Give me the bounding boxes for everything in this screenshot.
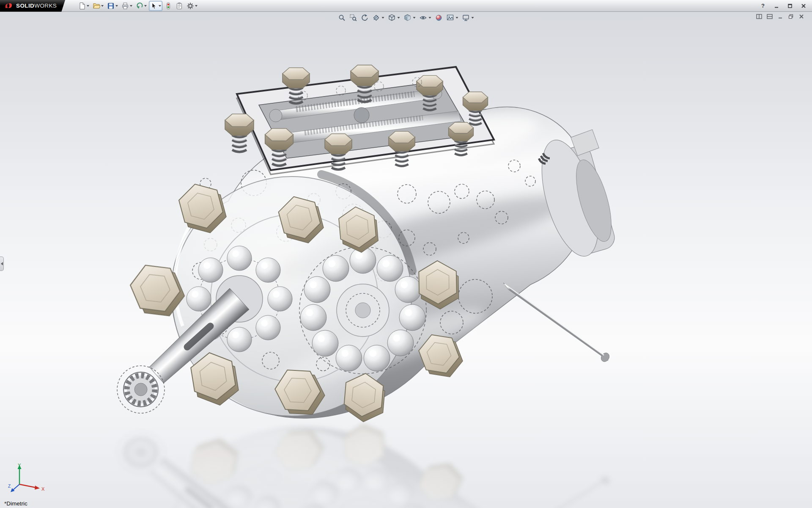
rebuild-stoplight-icon bbox=[165, 2, 172, 10]
bearing-ball bbox=[323, 255, 349, 282]
dropdown-caret-icon[interactable] bbox=[144, 5, 147, 7]
close-document-button[interactable] bbox=[798, 13, 805, 20]
window-controls: ? bbox=[758, 2, 812, 10]
hide-show-items-button[interactable] bbox=[418, 13, 433, 22]
help-button[interactable]: ? bbox=[758, 2, 768, 10]
titlebar: SOLIDWORKS bbox=[0, 0, 812, 12]
close-icon bbox=[801, 3, 806, 8]
bearing-ball bbox=[336, 345, 362, 371]
select-tool-button[interactable] bbox=[149, 1, 162, 11]
orientation-triad: Y X Z bbox=[8, 462, 54, 497]
options-button[interactable] bbox=[185, 1, 199, 11]
select-cursor-icon bbox=[150, 2, 158, 10]
bearing-ball bbox=[198, 258, 223, 282]
close-document-icon bbox=[799, 14, 804, 19]
close-button[interactable] bbox=[798, 2, 809, 10]
view-settings-button[interactable] bbox=[461, 13, 475, 22]
brand-text-light: WORKS bbox=[34, 3, 57, 9]
zoom-to-fit-icon bbox=[338, 14, 346, 22]
brand-text-bold: SOLID bbox=[16, 3, 34, 9]
bearing-ball bbox=[256, 258, 280, 282]
minimize-document-button[interactable] bbox=[776, 13, 784, 20]
axis-z-label: Z bbox=[8, 484, 11, 489]
tile-panes-button[interactable] bbox=[755, 13, 763, 20]
bearing-ball bbox=[227, 246, 252, 271]
dropdown-caret-icon[interactable] bbox=[195, 5, 198, 7]
open-button[interactable] bbox=[91, 1, 105, 11]
bearing-ball bbox=[300, 304, 326, 331]
bearing-ball bbox=[268, 287, 292, 311]
bearing-ball bbox=[256, 315, 280, 340]
section-view-button[interactable] bbox=[371, 13, 386, 22]
options-gear-icon bbox=[187, 2, 194, 10]
restore-document-icon bbox=[788, 14, 793, 19]
view-orientation-label: *Dimetric bbox=[4, 500, 27, 507]
bearing-ball bbox=[187, 287, 211, 311]
bearing-ball bbox=[312, 330, 338, 356]
zoom-to-area-icon bbox=[350, 14, 357, 22]
rebuild-button[interactable] bbox=[163, 1, 173, 11]
bearing-ball bbox=[399, 304, 425, 331]
display-style-icon bbox=[404, 14, 411, 22]
dropdown-caret-icon[interactable] bbox=[101, 5, 104, 7]
edit-appearance-button[interactable] bbox=[434, 13, 444, 22]
zoom-to-area-button[interactable] bbox=[348, 13, 359, 22]
save-button[interactable] bbox=[106, 1, 119, 11]
chevron-left-icon bbox=[1, 262, 3, 265]
maximize-button[interactable] bbox=[785, 2, 795, 10]
graphics-viewport[interactable] bbox=[0, 0, 812, 508]
brand-text: SOLIDWORKS bbox=[16, 3, 57, 9]
bearing-ball bbox=[395, 276, 421, 303]
dropdown-caret-icon[interactable] bbox=[398, 17, 400, 19]
view-settings-icon bbox=[462, 14, 470, 22]
hide-show-eye-icon bbox=[420, 14, 427, 22]
bearing-ball bbox=[227, 327, 252, 352]
maximize-icon bbox=[787, 3, 793, 8]
apply-scene-icon bbox=[447, 14, 454, 22]
new-document-icon bbox=[78, 2, 86, 10]
dropdown-caret-icon[interactable] bbox=[456, 17, 458, 19]
print-button[interactable] bbox=[120, 1, 134, 11]
panel-collapse-handle[interactable] bbox=[0, 257, 4, 271]
zoom-to-fit-button[interactable] bbox=[337, 13, 347, 22]
axis-y-label: Y bbox=[18, 463, 21, 468]
heads-up-view-toolbar bbox=[337, 13, 475, 22]
bearing-ball bbox=[377, 255, 403, 282]
file-properties-icon bbox=[176, 2, 183, 10]
solidworks-logo: SOLIDWORKS bbox=[0, 0, 65, 12]
minimize-document-icon bbox=[778, 14, 783, 19]
previous-view-icon bbox=[361, 14, 369, 22]
file-properties-button[interactable] bbox=[174, 1, 184, 11]
axis-x-label: X bbox=[41, 486, 45, 491]
split-view-icon bbox=[767, 14, 773, 19]
display-style-button[interactable] bbox=[403, 13, 417, 22]
bearing-ball bbox=[364, 345, 390, 371]
dassault-systemes-logo-icon bbox=[4, 2, 14, 10]
dropdown-caret-icon[interactable] bbox=[472, 17, 474, 19]
undo-arrow-icon bbox=[136, 2, 143, 10]
undo-button[interactable] bbox=[134, 1, 148, 11]
view-orientation-button[interactable] bbox=[387, 13, 401, 22]
minimize-button[interactable] bbox=[771, 2, 782, 10]
document-window-controls bbox=[755, 13, 805, 20]
dropdown-caret-icon[interactable] bbox=[413, 17, 416, 19]
split-view-button[interactable] bbox=[766, 13, 774, 20]
section-view-icon bbox=[373, 14, 380, 22]
dropdown-caret-icon[interactable] bbox=[159, 5, 161, 7]
dropdown-caret-icon[interactable] bbox=[382, 17, 384, 19]
main-toolbar bbox=[77, 1, 199, 11]
previous-view-button[interactable] bbox=[360, 13, 370, 22]
restore-document-button[interactable] bbox=[787, 13, 795, 20]
tile-panes-icon bbox=[756, 14, 762, 19]
dropdown-caret-icon[interactable] bbox=[87, 5, 89, 7]
minimize-icon bbox=[774, 3, 779, 8]
open-folder-icon bbox=[93, 2, 100, 10]
dropdown-caret-icon[interactable] bbox=[429, 17, 431, 19]
apply-scene-button[interactable] bbox=[445, 13, 460, 22]
new-document-button[interactable] bbox=[77, 1, 91, 11]
dropdown-caret-icon[interactable] bbox=[130, 5, 132, 7]
edit-appearance-ball-icon bbox=[435, 14, 443, 22]
view-orientation-cube-icon bbox=[388, 14, 396, 22]
triad-axes: Y X Z bbox=[8, 463, 45, 492]
dropdown-caret-icon[interactable] bbox=[115, 5, 118, 7]
